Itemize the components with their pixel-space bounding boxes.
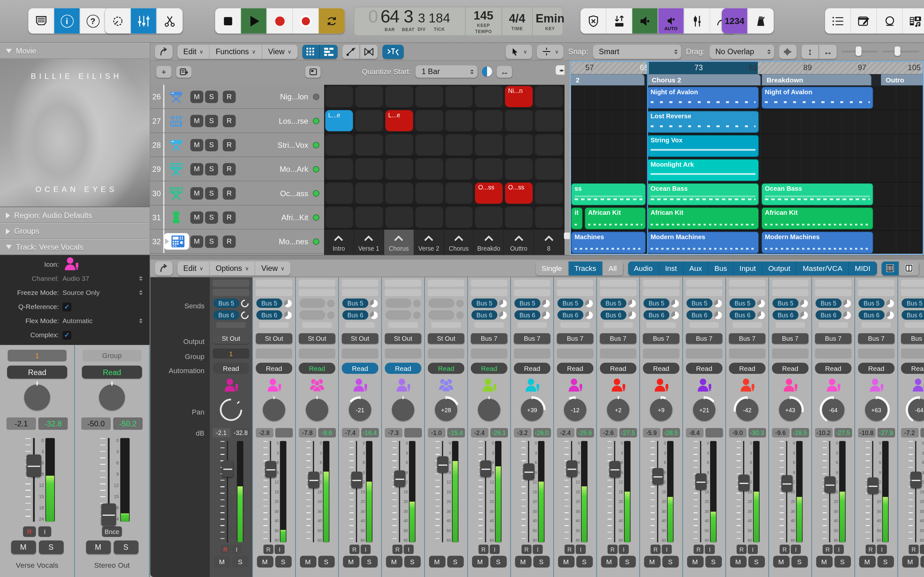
solo-button[interactable]: S (361, 556, 377, 568)
send-knob[interactable] (284, 300, 292, 307)
record-enable-button[interactable]: R (565, 545, 575, 554)
pan-knob[interactable]: +43 (779, 398, 801, 421)
view-mode-all[interactable]: All (603, 261, 623, 276)
audio-fx-slot[interactable] (901, 279, 924, 287)
volume-value[interactable]: -2.4 (471, 428, 488, 437)
solo-button[interactable]: S (490, 556, 506, 568)
shield-x-icon[interactable] (580, 8, 606, 34)
output-selector[interactable]: St Out (256, 334, 292, 344)
automation-read-button[interactable]: Read (514, 363, 551, 374)
send-bus-pill[interactable]: Bus 5 (644, 298, 670, 308)
track-header-31[interactable]: 31MSRAfri...Kit (150, 205, 324, 229)
group-slot[interactable]: 1 (8, 350, 67, 362)
group-slot[interactable] (901, 348, 924, 358)
region-28-1[interactable]: String Vox (647, 135, 759, 157)
input-monitor-button[interactable]: I (275, 545, 284, 554)
mixer-strip-14[interactable]: Bus 5Bus 6Bus 7Read+43-9.6-28.5036912152… (768, 277, 811, 577)
volume-value[interactable]: -3.2 (514, 428, 531, 437)
audio-fx-slot[interactable] (428, 289, 464, 296)
grid-cell[interactable] (474, 133, 504, 156)
send-knob[interactable] (628, 300, 636, 307)
input-monitor-button[interactable]: I (748, 545, 758, 554)
send-slot[interactable] (298, 298, 336, 308)
group-slot[interactable] (643, 348, 680, 358)
send-bus-pill[interactable]: Bus 6 (601, 310, 627, 319)
group-slot[interactable] (557, 348, 594, 358)
send-knob[interactable] (585, 311, 593, 319)
marker-chorus-2[interactable]: Chorus 2 (647, 74, 761, 85)
output-selector[interactable]: Bus 7 (557, 334, 594, 344)
volume-value[interactable]: -9.0 (729, 428, 746, 437)
pan-knob[interactable] (392, 398, 414, 421)
audio-fx-slot[interactable] (772, 289, 809, 296)
input-monitor-button[interactable]: I (877, 545, 887, 554)
fader-track[interactable] (227, 441, 228, 542)
grid-cell[interactable]: L...e (324, 109, 354, 132)
record-enable-button[interactable]: R (780, 545, 790, 554)
channel-icon[interactable] (911, 376, 924, 394)
checkbox-checked[interactable]: ✓ (63, 302, 71, 311)
fader-track[interactable] (829, 441, 830, 542)
channel-icon[interactable] (265, 376, 283, 394)
automation-read-button[interactable]: Read (858, 363, 895, 374)
record-enable-button[interactable]: R (822, 545, 833, 554)
pan-control[interactable]: +63 (863, 396, 890, 423)
output-selector[interactable]: Bus 7 (686, 334, 722, 344)
automation-read-button[interactable]: Read (256, 363, 292, 374)
software-monitoring-icon[interactable] (632, 8, 658, 34)
mixer-strip-1[interactable]: Bus 5Bus 6St Out1Read-2.1-32.80369121520… (209, 277, 252, 577)
automation-read-button[interactable]: Read (600, 363, 636, 374)
fader-track[interactable] (399, 441, 401, 542)
auto-monitoring-icon[interactable]: AUTO (658, 8, 684, 34)
audio-fx-slot[interactable] (686, 289, 722, 296)
stepper-icon[interactable] (139, 319, 142, 324)
solo-button[interactable]: S (834, 556, 851, 568)
fader-cap[interactable] (26, 455, 41, 477)
record-enable-button[interactable]: R (737, 545, 746, 554)
mixer-strip-16[interactable]: Bus 5Bus 6Bus 7Read+63-10.8-27.903691215… (855, 277, 897, 577)
scene-trigger-4[interactable]: Verse 2 (414, 229, 444, 255)
pan-knob[interactable]: -21 (349, 398, 371, 421)
grid-cell[interactable] (324, 133, 354, 156)
grid-cell[interactable] (534, 85, 564, 108)
mixer-strip-12[interactable]: Bus 5Bus 6Bus 7Read+21-8.403691215203040… (682, 277, 725, 577)
input-monitor-button[interactable]: I (533, 545, 543, 554)
grid-cell[interactable] (384, 181, 414, 205)
grid-cell[interactable] (474, 157, 504, 181)
grid-cell[interactable] (504, 157, 534, 181)
group-slot[interactable]: 1 (213, 348, 249, 358)
mute-button[interactable]: M (816, 556, 832, 568)
inspector-value[interactable]: Source Only (63, 289, 139, 296)
send-slot[interactable]: Bus 5 (642, 298, 680, 308)
track-header-32[interactable]: 32MSRMo...nes (150, 229, 324, 253)
grid-cell[interactable] (534, 133, 564, 156)
volume-value[interactable]: -8.4 (686, 428, 703, 437)
automation-read-button[interactable]: Read (299, 363, 335, 374)
inspector-icon[interactable]: i (54, 8, 80, 34)
volume-value[interactable]: -7.8 (298, 428, 316, 437)
audio-fx-slot[interactable] (342, 279, 378, 287)
audio-fx-slot[interactable] (557, 289, 594, 296)
send-knob[interactable] (757, 311, 765, 319)
pan-control[interactable]: -64 (820, 396, 846, 423)
send-slot[interactable] (298, 310, 336, 319)
send-knob[interactable] (714, 311, 722, 319)
track-icon-vocalist[interactable] (63, 255, 80, 273)
fader-cap[interactable] (566, 460, 577, 477)
send-bus-pill[interactable]: Bus 6 (901, 310, 924, 319)
grid-cell[interactable] (534, 109, 564, 132)
region-30-1[interactable]: ss (571, 183, 646, 205)
grid-cell[interactable] (354, 85, 384, 108)
volume-value[interactable]: -50.0 (81, 417, 111, 430)
audio-fx-slot[interactable] (643, 289, 680, 296)
fader-track[interactable] (33, 438, 35, 522)
send-slot[interactable]: Bus 6 (513, 310, 551, 319)
mute-button[interactable]: M (601, 556, 617, 568)
send-slot[interactable]: Bus 5 (857, 298, 896, 308)
record-enable-button[interactable]: R (607, 545, 618, 554)
record-button[interactable] (267, 8, 293, 34)
solo-button[interactable]: S (205, 114, 218, 127)
channel-icon[interactable] (825, 376, 842, 394)
mute-button[interactable]: M (190, 90, 203, 103)
send-slot[interactable]: Bus 6 (599, 310, 638, 319)
